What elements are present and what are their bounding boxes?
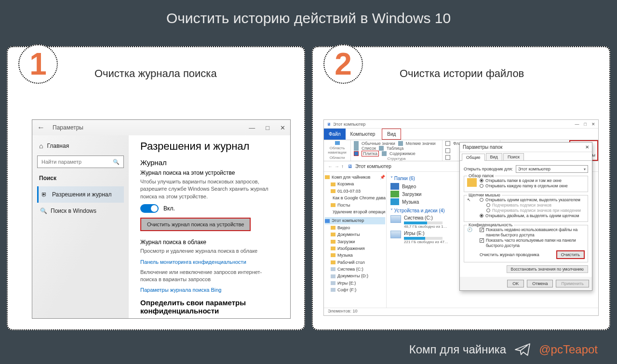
clear-history-button[interactable]: Очистить — [556, 250, 585, 259]
layout-tile-icon[interactable] — [354, 151, 359, 156]
dialog-tab-view[interactable]: Вид — [486, 153, 502, 160]
sub-cloud: Журнал поиска в облаке — [140, 239, 279, 246]
close-icon[interactable]: ✕ — [280, 124, 285, 131]
layout-opt[interactable]: Мелкие значки — [406, 141, 436, 146]
tree-item[interactable]: 01.03-07.03 — [331, 188, 385, 195]
telegram-icon[interactable] — [514, 341, 531, 358]
search-placeholder: Найти параметр — [41, 159, 81, 165]
back-arrow-icon[interactable]: ← — [328, 164, 333, 169]
layout-opt[interactable]: Таблица — [387, 146, 403, 151]
back-icon[interactable]: ← — [37, 123, 45, 132]
sidebar-home[interactable]: ⌂ Главная — [39, 142, 122, 150]
up-arrow-icon[interactable]: ↑ — [341, 164, 344, 169]
open-for-select[interactable]: Этот компьютер — [516, 165, 588, 173]
minimize-icon[interactable]: — — [249, 124, 255, 131]
tree-item[interactable]: Корзина — [331, 181, 385, 187]
tab-view[interactable]: Вид — [382, 129, 401, 140]
search-icon: 🔍 — [113, 159, 120, 165]
tree-item[interactable]: Комп для чайников📌 — [325, 174, 385, 181]
tree-item[interactable]: Загрузки — [331, 238, 385, 245]
layout-opt[interactable]: Обычные значки — [362, 141, 395, 146]
layout-opt-tile[interactable]: Плитка — [362, 151, 379, 156]
explorer-window: 🖥 Этот компьютер — □ ✕ Файл Компьютер Ви… — [323, 119, 599, 316]
checkbox-icon[interactable] — [445, 148, 450, 153]
apply-button[interactable]: Применить — [556, 280, 589, 287]
forward-arrow-icon[interactable]: → — [335, 164, 339, 169]
drive-icon — [390, 215, 401, 223]
layout-opt[interactable]: Список — [362, 146, 376, 151]
pc-icon: 🖥 — [348, 164, 352, 169]
tab-file[interactable]: Файл — [324, 129, 346, 140]
tree-item[interactable]: Рабочий стол — [331, 259, 385, 266]
handle-label[interactable]: @pcTeapot — [539, 343, 598, 356]
tree-item[interactable]: Документы — [331, 231, 385, 238]
tree-item[interactable]: Видео — [331, 224, 385, 231]
checkbox-icon[interactable] — [445, 155, 450, 160]
radio-single-click[interactable]: Открывать одним щелчком, выделять указат… — [480, 197, 585, 203]
link-bing-params[interactable]: Параметры журнала поиска Bing — [140, 287, 279, 293]
toggle-track — [140, 204, 159, 213]
tree-item[interactable]: Игры (E:) — [331, 280, 385, 286]
layout-icon[interactable] — [382, 151, 387, 156]
nav-pane-icon[interactable] — [335, 141, 340, 145]
desc-device: Чтобы улучшить варианты поисковых запрос… — [140, 178, 279, 200]
ribbon-nav-label: Область навигации — [327, 146, 348, 155]
tree-item[interactable]: Как в Google Chrome дава — [331, 195, 385, 201]
group-legend: Обзор папок — [467, 173, 495, 178]
cursor-icon: ↖ — [467, 197, 477, 206]
cancel-button[interactable]: Отмена — [527, 280, 553, 287]
layout-icon[interactable] — [354, 146, 359, 151]
sidebar-item-permissions[interactable]: ⛨ Разрешения и журнал — [37, 186, 124, 203]
layout-icon[interactable] — [398, 141, 403, 146]
open-for-label: Открыть проводник для: — [464, 167, 513, 171]
settings-titlebar: ← Параметры — □ ✕ — [32, 120, 290, 135]
checkbox-icon[interactable] — [445, 141, 450, 146]
radio-same-window[interactable]: Открывать папки в одном и том же окне — [480, 178, 585, 183]
link-privacy-dashboard[interactable]: Панель мониторинга конфиденциальности — [140, 259, 279, 265]
toggle-history[interactable]: Вкл. — [140, 204, 279, 213]
home-icon: ⌂ — [39, 142, 43, 150]
permissions-icon: ⛨ — [41, 191, 48, 198]
layout-icon[interactable] — [354, 141, 359, 146]
tree-item[interactable]: Музыка — [331, 252, 385, 259]
tree-item-thispc[interactable]: Этот компьютер — [325, 217, 385, 224]
tree-item[interactable]: Изображения — [331, 245, 385, 252]
tree-item[interactable]: Документы (D:) — [331, 273, 385, 279]
sidebar-item-windows-search[interactable]: 🔍 Поиск в Windows — [37, 203, 124, 219]
heading-privacy: Определить свои параметры конфиденциальн… — [140, 299, 279, 315]
panel-2: 2 Очистка истории файлов 🖥 Этот компьюте… — [312, 46, 610, 330]
radio-double-click[interactable]: Открывать двойным, а выделять одним щелч… — [480, 213, 585, 219]
step-badge-2: 2 — [323, 44, 363, 84]
dialog-tab-general[interactable]: Общие — [462, 154, 485, 161]
search-input[interactable]: Найти параметр 🔍 — [37, 156, 124, 168]
tab-computer[interactable]: Компьютер — [346, 129, 380, 140]
tree-item[interactable]: Посты — [331, 202, 385, 208]
minimize-icon[interactable]: — — [575, 122, 579, 127]
tree-item[interactable]: Удаление второй операци — [331, 208, 385, 215]
tree-item[interactable]: Система (C:) — [331, 266, 385, 273]
radio-new-window[interactable]: Открывать каждую папку в отдельном окне — [480, 183, 585, 189]
check-frequent-folders[interactable]: Показать часто используемые папки на пан… — [480, 238, 585, 248]
maximize-icon[interactable]: □ — [266, 124, 269, 131]
settings-main: Разрешения и журнал Журнал Журнал поиска… — [129, 135, 290, 318]
close-icon[interactable]: ✕ — [591, 122, 595, 127]
close-icon[interactable]: ✕ — [585, 144, 589, 150]
explorer-titlebar: 🖥 Этот компьютер — □ ✕ — [324, 120, 598, 129]
maximize-icon[interactable]: □ — [584, 122, 587, 127]
check-recent-files[interactable]: Показать недавно использовавшиеся файлы … — [480, 227, 585, 238]
panel-1-title: Очистка журнала поиска — [94, 67, 217, 80]
layout-opt[interactable]: Содержимое — [389, 151, 416, 156]
sidebar-section: Поиск — [39, 175, 122, 182]
restore-defaults-button[interactable]: Восстановить значения по умолчанию — [507, 265, 588, 273]
heading-journal: Журнал — [140, 158, 279, 167]
clear-history-label: Очистить журнал проводника — [480, 252, 539, 257]
group-legend: Щелчки мышью — [467, 193, 502, 197]
dialog-tab-search[interactable]: Поиск — [503, 153, 524, 160]
layout-icon[interactable] — [379, 146, 384, 151]
ribbon-group-areas: Области — [327, 156, 348, 160]
clear-device-history-button[interactable]: Очистить журнал поиска на устройстве — [140, 218, 251, 231]
radio-underline-always: Подчеркивать подписи значков — [480, 203, 585, 208]
ok-button[interactable]: OK — [507, 280, 524, 287]
step-badge-1: 1 — [18, 44, 58, 84]
tree-item[interactable]: Софт (F:) — [331, 286, 385, 293]
